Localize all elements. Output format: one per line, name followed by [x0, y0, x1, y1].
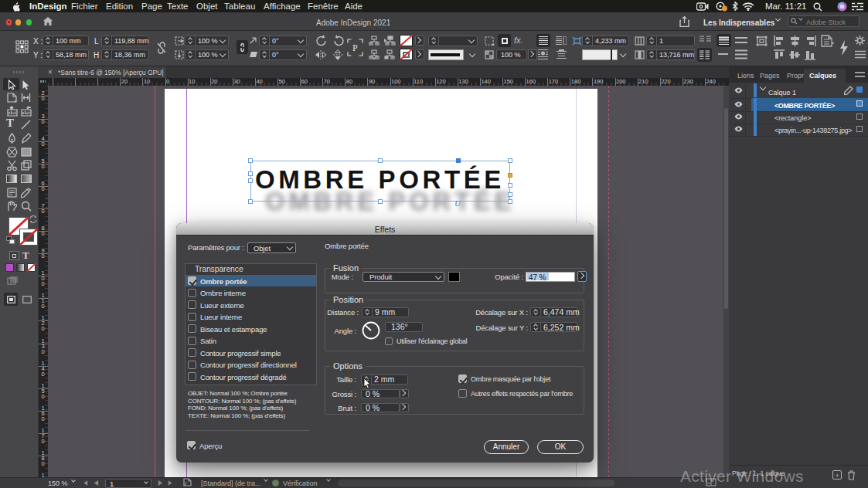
svg-text:P: P	[352, 42, 358, 53]
